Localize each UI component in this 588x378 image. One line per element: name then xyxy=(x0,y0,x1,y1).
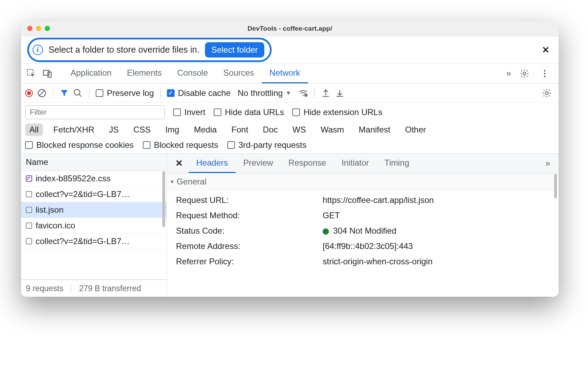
invert-checkbox[interactable]: Invert xyxy=(173,107,205,117)
details-tab-response[interactable]: Response xyxy=(281,154,334,173)
svg-point-4 xyxy=(544,70,546,71)
kv-value: GET xyxy=(323,211,557,220)
type-filter-all[interactable]: All xyxy=(25,123,43,136)
third-party-checkbox[interactable]: 3rd-party requests xyxy=(227,140,307,150)
preserve-log-label: Preserve log xyxy=(107,88,154,98)
details-tab-initiator[interactable]: Initiator xyxy=(334,154,377,173)
import-har-icon[interactable] xyxy=(321,88,331,98)
close-details-button[interactable] xyxy=(170,158,189,169)
request-row[interactable]: collect?v=2&tid=G-LB7… xyxy=(21,187,167,202)
type-filter-doc[interactable]: Doc xyxy=(259,123,282,136)
network-conditions-icon[interactable] xyxy=(298,88,308,98)
preserve-log-checkbox[interactable]: Preserve log xyxy=(96,88,154,98)
panel-tabs: ApplicationElementsConsoleSourcesNetwork xyxy=(63,63,501,83)
request-list-panel: Name index-b859522e.csscollect?v=2&tid=G… xyxy=(21,154,167,297)
request-name: index-b859522e.css xyxy=(36,174,111,183)
titlebar: DevTools - coffee-cart.app/ xyxy=(21,21,559,36)
request-name: favicon.ico xyxy=(36,221,75,230)
details-tab-preview[interactable]: Preview xyxy=(236,154,281,173)
divider xyxy=(89,88,89,98)
request-count: 9 requests xyxy=(26,284,63,293)
tab-elements[interactable]: Elements xyxy=(119,63,169,83)
record-button[interactable] xyxy=(25,89,33,97)
details-scrollbar[interactable] xyxy=(553,174,558,297)
select-folder-button[interactable]: Select folder xyxy=(205,42,264,58)
blocked-requests-checkbox[interactable]: Blocked requests xyxy=(143,140,218,150)
details-tab-timing[interactable]: Timing xyxy=(377,154,417,173)
tab-network[interactable]: Network xyxy=(262,63,308,83)
export-har-icon[interactable] xyxy=(335,88,345,98)
type-filter-media[interactable]: Media xyxy=(190,123,221,136)
svg-point-5 xyxy=(544,73,546,74)
type-filter-fetch-xhr[interactable]: Fetch/XHR xyxy=(49,123,98,136)
throttling-label: No throttling xyxy=(237,88,282,98)
type-filter-js[interactable]: JS xyxy=(105,123,123,136)
type-filter-css[interactable]: CSS xyxy=(129,123,155,136)
request-list-header[interactable]: Name xyxy=(21,154,167,171)
general-section-header[interactable]: ▼ General xyxy=(167,173,559,190)
more-details-tabs-icon[interactable]: » xyxy=(542,158,556,169)
block-filter-row: Blocked response cookies Blocked request… xyxy=(21,139,559,154)
zoom-window-button[interactable] xyxy=(45,26,50,31)
network-settings-icon[interactable] xyxy=(539,88,554,98)
kv-row: Request Method:GET xyxy=(174,208,559,223)
more-panels-icon[interactable]: » xyxy=(503,68,515,79)
details-tab-headers[interactable]: Headers xyxy=(189,154,236,173)
kv-key: Status Code: xyxy=(176,226,323,236)
request-name: list.json xyxy=(36,205,64,215)
throttling-select[interactable]: No throttling ▼ xyxy=(235,88,294,98)
invert-label: Invert xyxy=(184,107,205,117)
type-filter-row: AllFetch/XHRJSCSSImgMediaFontDocWSWasmMa… xyxy=(21,122,559,139)
svg-point-6 xyxy=(544,75,546,77)
request-row[interactable]: favicon.ico xyxy=(21,218,167,234)
type-filter-wasm[interactable]: Wasm xyxy=(316,123,348,136)
request-items: index-b859522e.csscollect?v=2&tid=G-LB7…… xyxy=(21,171,167,279)
devtools-window: DevTools - coffee-cart.app/ i Select a f… xyxy=(21,21,559,297)
type-filter-other[interactable]: Other xyxy=(401,123,430,136)
disable-cache-label: Disable cache xyxy=(178,88,231,98)
tab-sources[interactable]: Sources xyxy=(216,63,262,83)
file-icon xyxy=(26,207,32,213)
kv-key: Request Method: xyxy=(176,211,323,220)
blocked-cookies-checkbox[interactable]: Blocked response cookies xyxy=(25,140,134,150)
more-menu-icon[interactable] xyxy=(537,69,552,78)
file-icon xyxy=(26,175,32,182)
request-scrollbar[interactable] xyxy=(161,171,167,297)
type-filter-font[interactable]: Font xyxy=(227,123,252,136)
kv-key: Referrer Policy: xyxy=(176,257,323,266)
settings-gear-icon[interactable] xyxy=(517,69,532,78)
close-window-button[interactable] xyxy=(27,26,32,31)
close-infobar-button[interactable] xyxy=(542,44,550,55)
filter-row: Invert Hide data URLs Hide extension URL… xyxy=(21,103,559,122)
third-party-label: 3rd-party requests xyxy=(238,140,307,150)
tab-console[interactable]: Console xyxy=(169,63,215,83)
clear-button[interactable] xyxy=(37,88,47,98)
type-filter-img[interactable]: Img xyxy=(161,123,183,136)
disable-cache-checkbox[interactable]: Disable cache xyxy=(167,88,231,98)
hide-extension-urls-checkbox[interactable]: Hide extension URLs xyxy=(292,107,382,117)
kv-row: Remote Address:[64:ff9b::4b02:3c05]:443 xyxy=(174,239,559,254)
divider xyxy=(53,88,53,98)
request-row[interactable]: collect?v=2&tid=G-LB7… xyxy=(21,234,167,249)
transferred-size: 279 B transferred xyxy=(79,284,141,293)
minimize-window-button[interactable] xyxy=(36,26,41,31)
file-icon xyxy=(26,238,32,244)
request-name: collect?v=2&tid=G-LB7… xyxy=(36,236,130,246)
device-toolbar-icon[interactable] xyxy=(41,67,54,81)
status-dot-icon xyxy=(323,228,329,235)
svg-rect-2 xyxy=(48,72,51,77)
hide-data-urls-checkbox[interactable]: Hide data URLs xyxy=(214,107,284,117)
svg-point-11 xyxy=(545,91,548,94)
filter-funnel-icon[interactable] xyxy=(60,89,69,98)
divider xyxy=(71,284,71,293)
request-row[interactable]: list.json xyxy=(21,202,167,218)
inspect-element-icon[interactable] xyxy=(24,67,38,81)
request-row[interactable]: index-b859522e.css xyxy=(21,171,167,187)
search-icon[interactable] xyxy=(73,88,83,98)
type-filter-ws[interactable]: WS xyxy=(288,123,310,136)
override-highlight: i Select a folder to store override file… xyxy=(27,38,272,62)
filter-input[interactable] xyxy=(25,105,165,119)
tab-application[interactable]: Application xyxy=(63,63,119,83)
type-filter-manifest[interactable]: Manifest xyxy=(354,123,395,136)
traffic-lights xyxy=(21,26,50,31)
